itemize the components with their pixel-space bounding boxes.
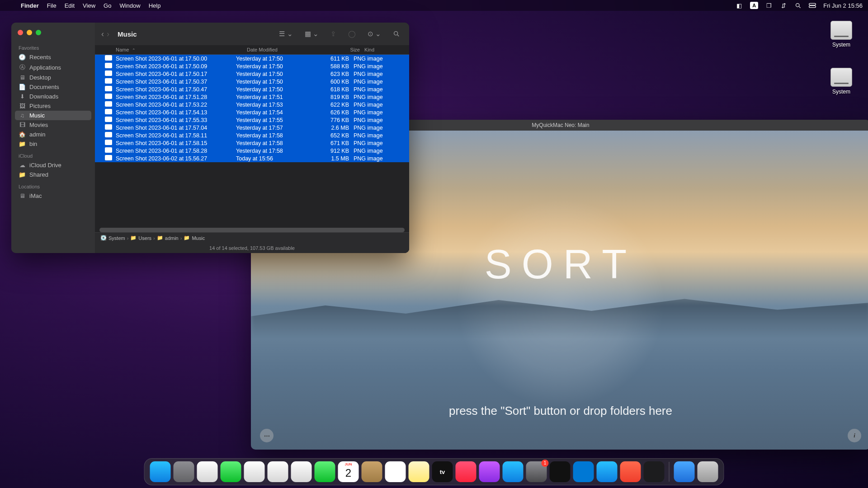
sidebar-item-downloads[interactable]: ⬇Downloads (15, 92, 91, 101)
file-row[interactable]: Screen Shot 2023-06-01 at 17.58.11Yester… (95, 131, 409, 139)
tag-button[interactable]: ◯ (345, 29, 359, 39)
spotlight-icon[interactable] (794, 2, 802, 9)
dock-anydesk[interactable] (620, 461, 641, 482)
sidebar-item-recents[interactable]: 🕘Recents (15, 52, 91, 62)
path-crumb-users[interactable]: 📁Users (130, 235, 151, 241)
group-button[interactable]: ▦ ⌄ (302, 29, 321, 39)
file-row[interactable]: Screen Shot 2023-06-01 at 17.58.28Yester… (95, 147, 409, 155)
svg-rect-2 (809, 3, 816, 5)
file-row[interactable]: Screen Shot 2023-06-01 at 17.50.09Yester… (95, 62, 409, 70)
path-crumb-system[interactable]: 💽System (100, 235, 125, 241)
desktop-icon: 🖥 (19, 74, 26, 81)
dock-photos[interactable] (291, 461, 312, 482)
dock-notes[interactable] (409, 461, 429, 482)
file-row[interactable]: Screen Shot 2023-06-01 at 17.50.47Yester… (95, 85, 409, 93)
info-button[interactable]: i (848, 429, 861, 442)
sidebar-item-icloud-drive[interactable]: ☁iCloud Drive (15, 160, 91, 170)
sidebar-item-desktop[interactable]: 🖥Desktop (15, 73, 91, 82)
dock-mail[interactable] (244, 461, 265, 482)
file-kind: PNG image (354, 56, 405, 62)
dock-terminal[interactable] (550, 461, 571, 482)
file-list[interactable]: Screen Shot 2023-06-01 at 17.50.00Yester… (95, 55, 409, 226)
status-icon-2[interactable]: ⇵ (780, 2, 787, 9)
sidebar-item-music[interactable]: ♫Music (15, 111, 91, 120)
more-button[interactable]: ⋯ (260, 429, 274, 442)
dock-contacts[interactable] (362, 461, 382, 482)
col-kind[interactable]: Kind (364, 47, 405, 52)
nav-forward-button[interactable]: › (107, 29, 109, 39)
dock-messages[interactable] (221, 461, 241, 482)
dock-telegram[interactable] (597, 461, 618, 482)
path-crumb-music[interactable]: 📁Music (184, 235, 205, 241)
keyboard-input-icon[interactable]: A (750, 2, 758, 9)
close-button[interactable] (18, 30, 23, 35)
search-button[interactable] (390, 29, 403, 38)
dock-trash[interactable] (698, 461, 718, 482)
dock-podcasts[interactable] (479, 461, 500, 482)
file-row[interactable]: Screen Shot 2023-06-01 at 17.54.13Yester… (95, 108, 409, 116)
file-thumb-icon (105, 117, 116, 123)
sidebar-item-applications[interactable]: ⒶApplications (15, 62, 91, 73)
file-row[interactable]: Screen Shot 2023-06-01 at 17.50.37Yester… (95, 78, 409, 85)
dock-launchpad[interactable] (174, 461, 194, 482)
dock-settings[interactable]: 1 (526, 461, 547, 482)
menu-help[interactable]: Help (149, 2, 161, 9)
dock-appletv[interactable]: tv (432, 461, 453, 482)
menu-go[interactable]: Go (104, 2, 111, 9)
minimize-button[interactable] (27, 30, 32, 35)
action-button[interactable]: ⊙ ⌄ (365, 29, 384, 39)
maximize-button[interactable] (36, 30, 41, 35)
dock-reminders[interactable] (385, 461, 406, 482)
sidebar-item-documents[interactable]: 📄Documents (15, 82, 91, 92)
menu-file[interactable]: File (47, 2, 57, 9)
dock-vscode[interactable] (573, 461, 594, 482)
dock-music[interactable] (456, 461, 476, 482)
apple-menu-icon[interactable] (5, 2, 13, 9)
dock-maps[interactable] (268, 461, 288, 482)
file-row[interactable]: Screen Shot 2023-06-02 at 15.56.27Today … (95, 155, 409, 162)
dock-facetime[interactable] (315, 461, 335, 482)
share-button[interactable]: ⇪ (328, 29, 339, 39)
col-size[interactable]: Size (324, 47, 364, 52)
file-row[interactable]: Screen Shot 2023-06-01 at 17.50.17Yester… (95, 70, 409, 78)
sidebar-item-movies[interactable]: 🎞Movies (15, 120, 91, 130)
file-row[interactable]: Screen Shot 2023-06-01 at 17.58.15Yester… (95, 139, 409, 147)
stage-manager-icon[interactable]: ❐ (765, 2, 773, 9)
menubar-app-name[interactable]: Finder (21, 2, 39, 9)
dock-app-dark[interactable] (644, 461, 665, 482)
nav-back-button[interactable]: ‹ (101, 29, 104, 39)
dock-downloads[interactable] (674, 461, 695, 482)
status-icon-1[interactable]: ◧ (736, 2, 743, 9)
col-date[interactable]: Date Modified (247, 47, 324, 52)
sidebar-item-shared[interactable]: 📁Shared (15, 170, 91, 179)
menu-view[interactable]: View (83, 2, 95, 9)
dock-appstore[interactable] (503, 461, 524, 482)
sidebar-item-label: Movies (29, 122, 48, 128)
menubar-clock[interactable]: Fri Jun 2 15:56 (823, 2, 863, 9)
file-row[interactable]: Screen Shot 2023-06-01 at 17.55.33Yester… (95, 116, 409, 124)
file-row[interactable]: Screen Shot 2023-06-01 at 17.50.00Yester… (95, 55, 409, 62)
dock-finder[interactable] (150, 461, 171, 482)
dock-safari[interactable] (197, 461, 218, 482)
file-row[interactable]: Screen Shot 2023-06-01 at 17.53.22Yester… (95, 101, 409, 108)
app-icon: Ⓐ (19, 63, 26, 71)
desktop-drive-2[interactable]: System (826, 68, 857, 95)
dock-calendar[interactable]: JUN2 (338, 461, 359, 482)
view-mode-button[interactable]: ☰ ⌄ (276, 29, 295, 39)
desktop-drive-1[interactable]: System (826, 21, 857, 48)
sidebar-item-admin[interactable]: 🏠admin (15, 130, 91, 139)
sidebar-item-imac[interactable]: 🖥iMac (15, 191, 91, 201)
path-crumb-admin[interactable]: 📁admin (157, 235, 179, 241)
col-name[interactable]: Name ⌃ (116, 47, 247, 52)
file-size: 626 KB (313, 109, 354, 116)
file-name: Screen Shot 2023-06-01 at 17.55.33 (116, 117, 236, 123)
horizontal-scrollbar[interactable] (99, 228, 405, 232)
file-row[interactable]: Screen Shot 2023-06-01 at 17.51.28Yester… (95, 93, 409, 101)
sidebar-item-bin[interactable]: 📁bin (15, 139, 91, 149)
sidebar-item-pictures[interactable]: 🖼Pictures (15, 101, 91, 111)
file-size: 600 KB (313, 79, 354, 85)
file-row[interactable]: Screen Shot 2023-06-01 at 17.57.04Yester… (95, 124, 409, 131)
menu-edit[interactable]: Edit (65, 2, 75, 9)
menu-window[interactable]: Window (119, 2, 140, 9)
control-center-icon[interactable] (809, 2, 816, 9)
